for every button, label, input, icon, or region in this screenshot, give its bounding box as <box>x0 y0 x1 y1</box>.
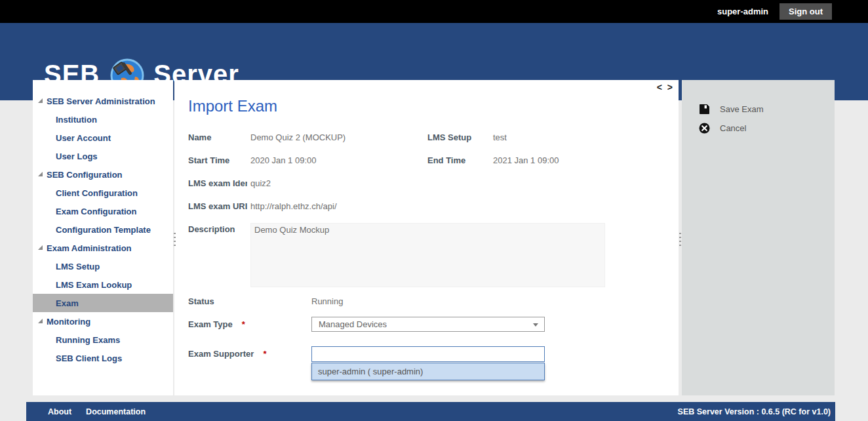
page-title: Import Exam <box>188 97 277 115</box>
documentation-link[interactable]: Documentation <box>86 407 146 416</box>
name-value: Demo Quiz 2 (MOCKUP) <box>250 132 345 142</box>
save-exam-button[interactable]: Save Exam <box>682 100 835 119</box>
start-time-label: Start Time <box>188 155 229 165</box>
sidebar-section-label: SEB Server Administration <box>47 96 155 106</box>
tree-expand-icon <box>38 98 43 103</box>
footer-links: About Documentation <box>48 407 146 416</box>
exam-type-select[interactable]: Managed Devices <box>311 317 545 332</box>
sidebar-section-label: SEB Configuration <box>47 170 123 180</box>
lms-exam-url-label: LMS exam URI <box>188 201 247 211</box>
tree-expand-icon <box>38 319 43 323</box>
exam-supporter-dropdown-option[interactable]: super-admin ( super-admin) <box>311 363 545 380</box>
sidebar-section-monitoring[interactable]: Monitoring <box>33 312 173 331</box>
sidebar-item-seb-client-logs[interactable]: SEB Client Logs <box>33 349 173 367</box>
lms-setup-value: test <box>493 132 507 142</box>
description-textarea[interactable]: Demo Quiz Mockup <box>250 223 605 287</box>
sidebar-item-configuration-template[interactable]: Configuration Template <box>33 220 173 239</box>
exam-type-selected-value: Managed Devices <box>319 319 387 329</box>
panel-collapse-controls: < > <box>657 82 673 92</box>
sidebar-item-institution[interactable]: Institution <box>33 110 173 129</box>
cancel-label: Cancel <box>720 123 746 133</box>
cancel-icon <box>699 123 710 134</box>
version-text: SEB Server Version : 0.6.5 (RC for v1.0) <box>678 407 835 416</box>
logged-in-username: super-admin <box>717 7 768 16</box>
sign-out-button[interactable]: Sign out <box>779 3 832 20</box>
required-asterisk: * <box>242 319 245 329</box>
sidebar-item-client-configuration[interactable]: Client Configuration <box>33 184 173 202</box>
topbar: super-admin Sign out <box>0 0 868 23</box>
about-link[interactable]: About <box>48 407 71 416</box>
exam-supporter-input[interactable] <box>311 346 545 362</box>
required-asterisk: * <box>263 349 266 359</box>
tree-expand-icon <box>38 245 43 250</box>
exam-supporter-label: Exam Supporter* <box>188 349 266 359</box>
cancel-button[interactable]: Cancel <box>682 119 835 138</box>
save-exam-label: Save Exam <box>720 104 763 114</box>
sidebar-item-user-account[interactable]: User Account <box>33 129 173 147</box>
name-label: Name <box>188 132 211 142</box>
collapse-right-icon[interactable]: > <box>667 82 673 92</box>
status-label: Status <box>188 296 214 306</box>
lms-setup-label: LMS Setup <box>427 132 471 142</box>
lms-exam-url-value: http://ralph.ethz.ch/api/ <box>250 201 337 211</box>
sidebar-item-user-logs[interactable]: User Logs <box>33 147 173 165</box>
sidebar-item-lms-setup[interactable]: LMS Setup <box>33 257 173 275</box>
chevron-down-icon <box>533 323 538 327</box>
status-value: Running <box>311 296 343 306</box>
start-time-value: 2020 Jan 1 09:00 <box>250 155 316 165</box>
sash-handle[interactable] <box>174 233 176 249</box>
sidebar-navigation: SEB Server Administration Institution Us… <box>33 80 173 395</box>
sidebar-item-lms-exam-lookup[interactable]: LMS Exam Lookup <box>33 275 173 294</box>
sidebar-section-seb-configuration[interactable]: SEB Configuration <box>33 165 173 184</box>
sidebar-section-exam-administration[interactable]: Exam Administration <box>33 239 173 257</box>
footer-bar: About Documentation SEB Server Version :… <box>26 402 835 421</box>
sidebar-section-label: Monitoring <box>47 317 90 327</box>
end-time-value: 2021 Jan 1 09:00 <box>493 155 559 165</box>
action-pane: Save Exam Cancel <box>682 80 835 395</box>
collapse-left-icon[interactable]: < <box>657 82 662 92</box>
end-time-label: End Time <box>427 155 465 165</box>
sidebar-section-seb-server-administration[interactable]: SEB Server Administration <box>33 92 173 110</box>
sidebar-item-running-exams[interactable]: Running Exams <box>33 331 173 349</box>
exam-type-label: Exam Type* <box>188 319 245 329</box>
save-icon <box>699 104 710 115</box>
lms-exam-identifier-label: LMS exam Iden <box>188 178 247 188</box>
sidebar-item-exam-configuration[interactable]: Exam Configuration <box>33 202 173 220</box>
lms-exam-identifier-value: quiz2 <box>250 178 271 188</box>
sidebar-item-exam[interactable]: Exam <box>33 294 173 312</box>
sidebar-section-label: Exam Administration <box>47 243 132 253</box>
sash-handle[interactable] <box>679 233 681 249</box>
tree-expand-icon <box>38 172 43 176</box>
main-content-panel: < > Import Exam Name Demo Quiz 2 (MOCKUP… <box>174 80 679 395</box>
description-label: Description <box>188 224 235 234</box>
